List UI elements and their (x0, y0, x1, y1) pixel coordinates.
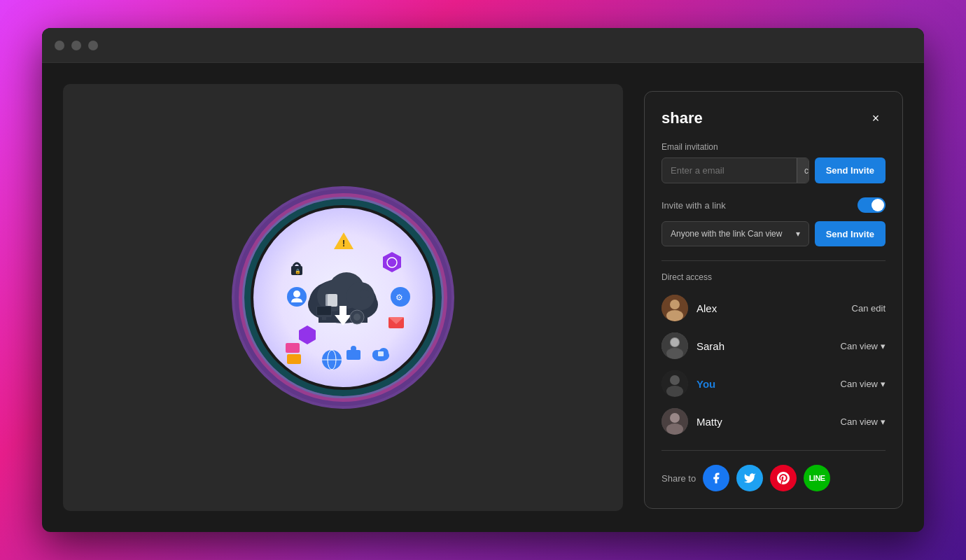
avatar-matty (662, 408, 688, 435)
svg-rect-14 (328, 294, 337, 307)
link-send-button[interactable]: Send Invite (815, 221, 886, 246)
svg-point-50 (666, 348, 683, 359)
svg-point-47 (666, 310, 683, 321)
svg-rect-20 (322, 317, 326, 320)
user-list: Alex Can edit Sarah Can view ▾ You (662, 290, 886, 439)
svg-text:!: ! (342, 239, 345, 248)
share-to-row: Share to LINE (662, 465, 886, 491)
email-section-label: Email invitation (662, 142, 886, 152)
svg-point-57 (666, 424, 683, 435)
share-to-label: Share to (662, 473, 696, 484)
user-name-you: You (696, 378, 832, 390)
share-dialog: share × Email invitation can view ▾ Send… (644, 91, 903, 509)
divider-1 (662, 260, 886, 261)
svg-text:🔒: 🔒 (295, 268, 301, 274)
share-header: share × (662, 108, 886, 128)
user-permission-sarah[interactable]: Can view ▾ (841, 341, 886, 351)
svg-point-54 (666, 386, 683, 397)
svg-point-56 (670, 413, 680, 423)
link-permission-dropdown[interactable]: Anyone with the link Can view ▾ (662, 221, 809, 246)
facebook-button[interactable] (703, 465, 729, 491)
invite-link-label: Invite with a link (662, 200, 726, 211)
email-row: can view ▾ Send Invite (662, 158, 886, 183)
titlebar (42, 28, 924, 63)
email-send-button[interactable]: Send Invite (815, 158, 886, 183)
svg-rect-19 (317, 307, 331, 315)
avatar-you (662, 370, 688, 397)
svg-point-53 (670, 375, 680, 385)
traffic-dot-1 (55, 41, 64, 50)
email-input-group: can view ▾ (662, 158, 809, 183)
user-name-alex: Alex (696, 302, 844, 314)
share-dialog-title: share (662, 109, 703, 127)
direct-access-label: Direct access (662, 272, 886, 282)
svg-rect-37 (346, 350, 360, 360)
svg-rect-32 (286, 343, 300, 353)
avatar-alex (662, 295, 688, 321)
svg-rect-33 (287, 354, 301, 364)
svg-text:⚙: ⚙ (396, 293, 403, 302)
twitter-button[interactable] (736, 465, 763, 491)
svg-point-46 (670, 300, 680, 309)
svg-rect-17 (360, 290, 369, 298)
chevron-sarah: ▾ (881, 341, 886, 351)
chevron-down-icon-2: ▾ (796, 229, 800, 239)
user-permission-alex[interactable]: Can edit (852, 303, 886, 314)
user-name-matty: Matty (696, 416, 832, 428)
user-name-sarah: Sarah (696, 340, 832, 352)
user-row-you: You Can view ▾ (662, 366, 886, 401)
user-row-alex: Alex Can edit (662, 290, 886, 326)
content-area: ! ⚙ 🔒 (42, 63, 924, 532)
chevron-you: ▾ (881, 379, 886, 389)
invite-link-row: Invite with a link (662, 197, 886, 213)
app-window: ! ⚙ 🔒 (42, 28, 924, 532)
traffic-dot-2 (71, 41, 81, 50)
link-row: Anyone with the link Can view ▾ Send Inv… (662, 221, 886, 246)
close-button[interactable]: × (866, 108, 886, 128)
pinterest-button[interactable] (770, 465, 797, 491)
line-button[interactable]: LINE (804, 465, 830, 491)
svg-point-30 (293, 290, 300, 298)
invite-link-toggle[interactable] (858, 197, 886, 213)
user-permission-matty[interactable]: Can view ▾ (841, 416, 886, 427)
avatar-sarah (662, 332, 688, 359)
email-permission-dropdown[interactable]: can view ▾ (797, 158, 809, 183)
email-input[interactable] (662, 158, 797, 183)
svg-point-16 (354, 314, 360, 321)
user-permission-you[interactable]: Can view ▾ (841, 379, 886, 389)
preview-area: ! ⚙ 🔒 (63, 84, 623, 511)
user-row-matty: Matty Can view ▾ (662, 404, 886, 439)
traffic-dot-3 (88, 41, 98, 50)
user-row-sarah: Sarah Can view ▾ (662, 328, 886, 363)
cloud-illustration: ! ⚙ 🔒 (231, 186, 455, 410)
chevron-matty: ▾ (881, 416, 886, 427)
divider-2 (662, 450, 886, 451)
svg-rect-42 (378, 351, 384, 356)
svg-point-51 (671, 338, 679, 346)
svg-point-38 (351, 346, 356, 351)
